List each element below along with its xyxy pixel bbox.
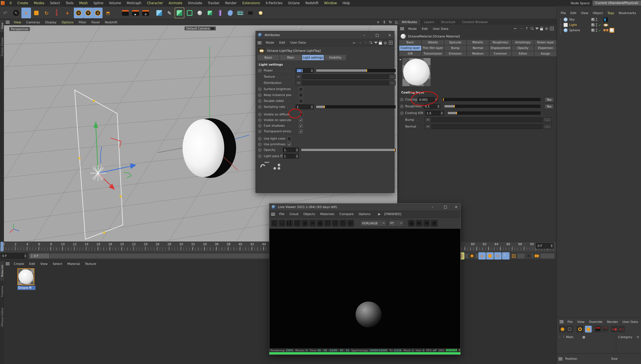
enabled-check-icon[interactable]: ✓ [598, 28, 602, 32]
anim-knob-icon[interactable] [258, 88, 261, 91]
menubar-item[interactable]: X-Particles [263, 1, 285, 5]
material-manager-menu-item[interactable]: Material [65, 262, 83, 266]
material-picker-icon[interactable]: M [347, 220, 354, 227]
menubar-item[interactable]: Tools [63, 1, 76, 5]
sampling-rate-slider[interactable] [316, 105, 396, 108]
render-settings-icon[interactable]: ⚙ [141, 8, 150, 18]
visible-on-specular-checkbox[interactable] [299, 118, 303, 122]
rotate-view-icon[interactable]: ↻ [388, 20, 393, 24]
target-icon[interactable]: ◎ [383, 41, 387, 45]
menu-user-data[interactable]: User Data [430, 27, 451, 31]
material-thumbnail[interactable] [17, 268, 34, 285]
kernel-dropdown[interactable]: PT [388, 220, 404, 227]
channel-tab[interactable]: Thin film layer [422, 46, 444, 51]
normal-field[interactable] [432, 124, 542, 129]
menubar-item[interactable]: Spline [90, 1, 106, 5]
roughness-value-field[interactable]: 0.1 [424, 104, 437, 109]
expand-icon[interactable]: ⁘ [558, 336, 561, 339]
menu-mode[interactable]: Mode [263, 41, 277, 44]
hamburger-icon[interactable] [560, 320, 564, 323]
take-panel-menu-item[interactable]: Override [587, 320, 605, 324]
dock-tab[interactable]: Content Browser [459, 19, 491, 25]
take-column-v[interactable]: V [637, 335, 639, 339]
phong-tag-icon[interactable] [603, 29, 606, 32]
hamburger-icon[interactable] [558, 358, 562, 360]
psr-tool-icon[interactable]: PSR [52, 8, 61, 18]
roughness-slider[interactable] [444, 105, 540, 108]
lock-icon[interactable] [540, 28, 543, 30]
move-tool-icon[interactable]: + [21, 8, 31, 18]
menubar-item[interactable]: Modes [31, 1, 47, 5]
anim-knob-icon[interactable] [400, 105, 403, 108]
menubar-item[interactable]: Tracker [205, 1, 223, 5]
object-row-sphere[interactable]: Sphere ✓ [557, 28, 641, 33]
menubar-item[interactable]: Create [15, 1, 31, 5]
anim-knob-icon[interactable] [258, 69, 261, 72]
channel-tab[interactable]: Specular [444, 40, 466, 45]
maximize-button[interactable]: □ [374, 33, 381, 37]
roughness-tex-button[interactable]: Tex [544, 104, 554, 109]
side-tab-picture-viewer[interactable]: Picture Viewer [0, 33, 4, 60]
attributes-window-titlebar[interactable]: Attributes – □ × [256, 31, 394, 39]
clip-region-icon[interactable]: o [332, 220, 339, 227]
light-pass-id-spinner[interactable] [295, 154, 299, 158]
cluster-icon[interactable] [195, 8, 205, 18]
object-row-sky[interactable]: Sky [557, 17, 641, 22]
bump-field[interactable] [432, 117, 542, 122]
material-manager-menu-item[interactable]: Edit [27, 262, 38, 266]
keyframe-settings-gear-icon[interactable] [468, 252, 476, 260]
cube-primitive-icon[interactable] [154, 8, 164, 18]
distribution-browse-button[interactable]: ... [389, 81, 396, 85]
channel-tab[interactable]: Anisotropy [512, 40, 534, 45]
coating-value-field[interactable]: 0.001 [418, 97, 434, 102]
visibility-dots-icon[interactable] [596, 18, 597, 21]
coordinate-system-icon[interactable]: ⬒ [103, 8, 113, 18]
hamburger-icon[interactable] [271, 213, 275, 216]
key-parameter-icon[interactable]: P [502, 252, 509, 260]
coating-ior-slider[interactable] [447, 111, 540, 115]
material-name-label[interactable]: Octane M [17, 286, 36, 290]
settings-gear-icon[interactable] [301, 220, 308, 227]
scene-to-take-icon[interactable]: <○ [618, 326, 625, 332]
add-region-icon[interactable]: + [324, 220, 331, 227]
keyframe-selection-dots-icon[interactable] [510, 252, 517, 260]
key-scale-icon[interactable] [486, 252, 494, 260]
object-manager-menu-item[interactable]: View [579, 11, 591, 15]
bump-browse-button[interactable]: ... [543, 117, 552, 122]
take-panel-menu-item[interactable]: View [575, 320, 587, 324]
channel-tab[interactable]: Bump [444, 46, 466, 51]
lock-resolution-icon[interactable] [309, 220, 316, 227]
viewport-menu-item[interactable]: Options [59, 21, 76, 24]
current-frame-field[interactable]: 0 F [1, 253, 24, 259]
visibility-dots-icon[interactable] [596, 23, 597, 27]
sampling-rate-spinner[interactable] [310, 104, 314, 109]
channel-tab[interactable]: Emission [444, 51, 466, 56]
distribution-field[interactable] [302, 81, 389, 85]
collapse-chevron-icon[interactable] [399, 59, 402, 61]
channel-tab[interactable]: Basic [399, 40, 421, 45]
viewport-menu-item[interactable]: Filter [76, 21, 89, 24]
take-state-dot[interactable] [582, 336, 585, 339]
sound-icon[interactable] [525, 252, 532, 260]
side-tab-timeline[interactable]: Timeline [0, 282, 4, 301]
side-tab-materials[interactable]: Materials [0, 261, 4, 281]
object-manager-menu-item[interactable]: Object [591, 11, 605, 15]
menubar-item[interactable]: Simulate [185, 1, 205, 5]
menu-edit[interactable]: Edit [419, 27, 430, 31]
search-icon[interactable] [369, 41, 373, 44]
new-take-icon[interactable] [559, 326, 566, 332]
opacity-spinner[interactable] [295, 148, 299, 152]
render-picture-viewer-icon[interactable]: ▶ [131, 8, 140, 18]
anim-knob-icon[interactable] [258, 137, 261, 140]
side-tab-xpresso[interactable]: XPresso Editor [0, 303, 4, 332]
current-frame-spinner[interactable] [24, 253, 27, 259]
pin-icon[interactable] [431, 220, 438, 227]
menu-edit[interactable]: Edit [277, 41, 288, 44]
override-objects-icon[interactable] [585, 326, 592, 332]
dock-tab[interactable]: Attributes [398, 19, 420, 25]
live-viewer-menu-item[interactable]: Options [356, 212, 373, 216]
live-viewer-render-area[interactable] [269, 229, 460, 348]
filter-icon[interactable] [535, 28, 539, 30]
take-tree-row[interactable]: ⁘ └ Main [558, 335, 585, 339]
up-icon[interactable]: ↑ [363, 41, 368, 45]
